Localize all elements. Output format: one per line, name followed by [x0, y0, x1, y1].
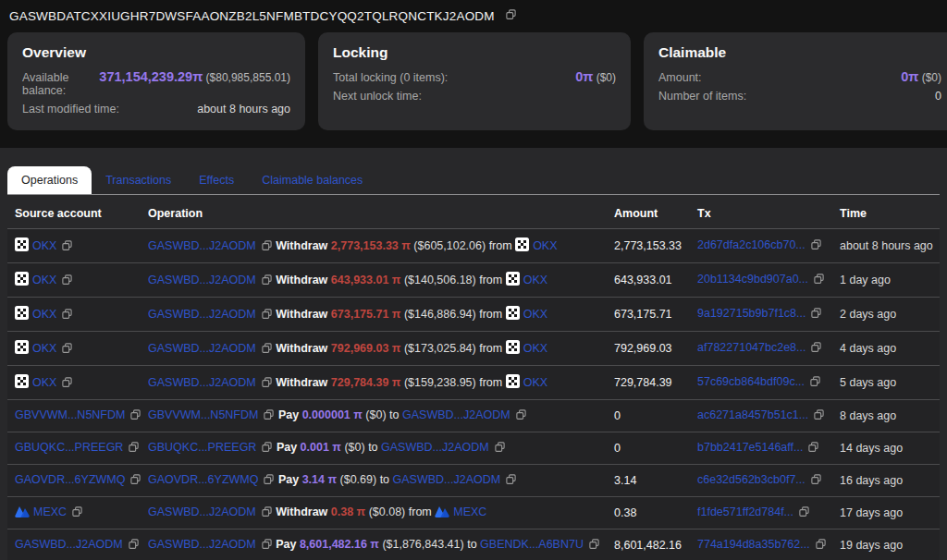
copy-icon[interactable]: [61, 308, 73, 323]
copy-icon[interactable]: [810, 238, 822, 253]
okx-exchange-link[interactable]: OKX: [523, 376, 547, 389]
okx-exchange-link[interactable]: OKX: [523, 274, 547, 286]
account-link[interactable]: GASWBD...J2AODM: [381, 441, 489, 454]
copy-icon[interactable]: [261, 505, 273, 520]
tx-hash-link[interactable]: c6e32d562b3cb0f7...: [697, 473, 806, 486]
claimable-amount-value: 0π ($0): [901, 69, 941, 84]
copy-icon[interactable]: [129, 408, 141, 423]
copy-icon[interactable]: [809, 375, 821, 390]
account-link[interactable]: GBENDK...A6BN7U: [480, 538, 584, 551]
copy-address-icon[interactable]: [505, 8, 517, 23]
col-header-operation: Operation: [141, 195, 607, 229]
tx-hash-link[interactable]: f1fde571ff2d784f...: [697, 505, 793, 518]
copy-icon[interactable]: [261, 308, 273, 323]
tx-hash-link[interactable]: 774a194d8a35b762...: [697, 538, 810, 551]
copy-icon[interactable]: [261, 538, 273, 553]
copy-icon[interactable]: [61, 376, 73, 391]
copy-icon[interactable]: [261, 376, 273, 391]
copy-icon[interactable]: [810, 307, 822, 322]
okx-exchange-link[interactable]: OKX: [32, 376, 56, 389]
okx-exchange-link[interactable]: OKX: [523, 342, 547, 355]
tx-hash-link[interactable]: 9a192715b9b7f1c8...: [697, 307, 806, 320]
copy-icon[interactable]: [263, 408, 275, 423]
copy-icon[interactable]: [813, 273, 825, 287]
mexc-exchange-link[interactable]: MEXC: [33, 505, 67, 518]
copy-icon[interactable]: [261, 342, 273, 357]
copy-icon[interactable]: [71, 505, 83, 520]
copy-icon[interactable]: [128, 441, 140, 456]
account-link[interactable]: GASWBD...J2AODM: [148, 505, 256, 518]
account-link[interactable]: GASWBD...J2AODM: [148, 308, 256, 321]
account-link[interactable]: GASWBD...J2AODM: [148, 538, 256, 551]
tab-operations[interactable]: Operations: [7, 166, 92, 194]
copy-icon[interactable]: [798, 505, 810, 520]
okx-exchange-link[interactable]: OKX: [523, 308, 547, 321]
available-balance-value: 371,154,239.29π ($80,985,855.01): [99, 69, 290, 84]
copy-icon[interactable]: [588, 538, 600, 553]
table-row: GBUQKC...PREEGR GBUQKC...PREEGR Pay 0.00…: [7, 432, 940, 465]
account-link[interactable]: GBVVWM...N5NFDM: [148, 408, 258, 421]
tx-hash-link[interactable]: ac6271a8457b51c1...: [697, 408, 808, 421]
account-entity: GAOVDR...6YZWMQ: [148, 473, 275, 486]
copy-icon[interactable]: [61, 274, 73, 288]
tx-cell: 20b1134c9bd907a0...: [690, 263, 832, 298]
tx-hash-link[interactable]: 57c69cb864bdf09c...: [697, 375, 805, 388]
copy-icon[interactable]: [810, 341, 822, 356]
operation-cell: GASWBD...J2AODM Withdraw 2,773,153.33 π …: [141, 229, 607, 263]
account-link[interactable]: GASWBD...J2AODM: [402, 408, 510, 421]
copy-icon[interactable]: [505, 473, 517, 488]
operation-amount: 0.000001 π: [302, 408, 363, 421]
table-row: OKX GASWBD...J2AODM Withdraw 2,773,153.3…: [7, 229, 940, 263]
account-link[interactable]: GASWBD...J2AODM: [148, 376, 256, 389]
copy-icon[interactable]: [261, 239, 273, 254]
copy-icon[interactable]: [807, 441, 819, 456]
copy-icon[interactable]: [494, 441, 506, 456]
tab-transactions[interactable]: Transactions: [92, 166, 185, 194]
copy-icon[interactable]: [813, 408, 825, 423]
copy-icon[interactable]: [261, 441, 273, 456]
account-link[interactable]: GAOVDR...6YZWMQ: [15, 473, 125, 486]
okx-exchange-link[interactable]: OKX: [32, 342, 56, 355]
account-link[interactable]: GASWBD...J2AODM: [148, 274, 256, 286]
okx-exchange-link[interactable]: OKX: [32, 274, 56, 286]
operation-verb: Pay: [277, 441, 297, 454]
copy-icon[interactable]: [128, 538, 140, 553]
account-link[interactable]: GBVVWM...N5NFDM: [15, 408, 125, 421]
claimable-items-value: 0: [935, 90, 941, 103]
okx-exchange-link[interactable]: OKX: [32, 239, 56, 252]
copy-icon[interactable]: [515, 408, 527, 423]
account-link[interactable]: GBUQKC...PREEGR: [148, 441, 256, 454]
account-link[interactable]: GASWBD...J2AODM: [148, 239, 256, 252]
col-header-tx: Tx: [690, 195, 832, 229]
account-link[interactable]: GASWBD...J2AODM: [15, 538, 123, 551]
tab-effects[interactable]: Effects: [185, 166, 248, 194]
mexc-exchange-link[interactable]: MEXC: [453, 505, 486, 518]
copy-icon[interactable]: [61, 239, 73, 254]
tx-hash-link[interactable]: b7bb2417e5146aff...: [697, 441, 803, 454]
okx-exchange-link[interactable]: OKX: [533, 239, 557, 252]
tab-claimable-balances[interactable]: Claimable balances: [248, 166, 376, 194]
tx-hash-link[interactable]: 20b1134c9bd907a0...: [697, 273, 808, 286]
copy-icon[interactable]: [263, 473, 275, 488]
operation-preposition: from: [479, 376, 502, 389]
operation-verb: Withdraw: [276, 505, 327, 518]
okx-logo-icon: [506, 374, 520, 391]
account-link[interactable]: GASWBD...J2AODM: [148, 342, 256, 355]
okx-exchange-link[interactable]: OKX: [32, 308, 56, 321]
tx-cell: c6e32d562b3cb0f7...: [690, 465, 832, 497]
copy-icon[interactable]: [261, 274, 273, 288]
tx-hash-link[interactable]: af782271047bc2e8...: [697, 341, 806, 354]
account-link[interactable]: GAOVDR...6YZWMQ: [148, 473, 258, 486]
table-row: GAOVDR...6YZWMQ GAOVDR...6YZWMQ Pay 3.14…: [7, 465, 940, 497]
tx-hash-link[interactable]: 2d67dfa2c106cb70...: [697, 238, 806, 251]
account-link[interactable]: GBUQKC...PREEGR: [15, 441, 123, 454]
copy-icon[interactable]: [810, 473, 822, 488]
copy-icon[interactable]: [815, 538, 827, 553]
copy-icon[interactable]: [129, 473, 141, 488]
copy-icon[interactable]: [61, 342, 73, 357]
operation-verb: Pay: [278, 473, 299, 486]
operation-verb: Withdraw: [276, 239, 327, 252]
operation-preposition: to: [467, 538, 476, 551]
okx-exchange-entity: OKX: [15, 342, 73, 355]
account-link[interactable]: GASWBD...J2AODM: [393, 473, 501, 486]
